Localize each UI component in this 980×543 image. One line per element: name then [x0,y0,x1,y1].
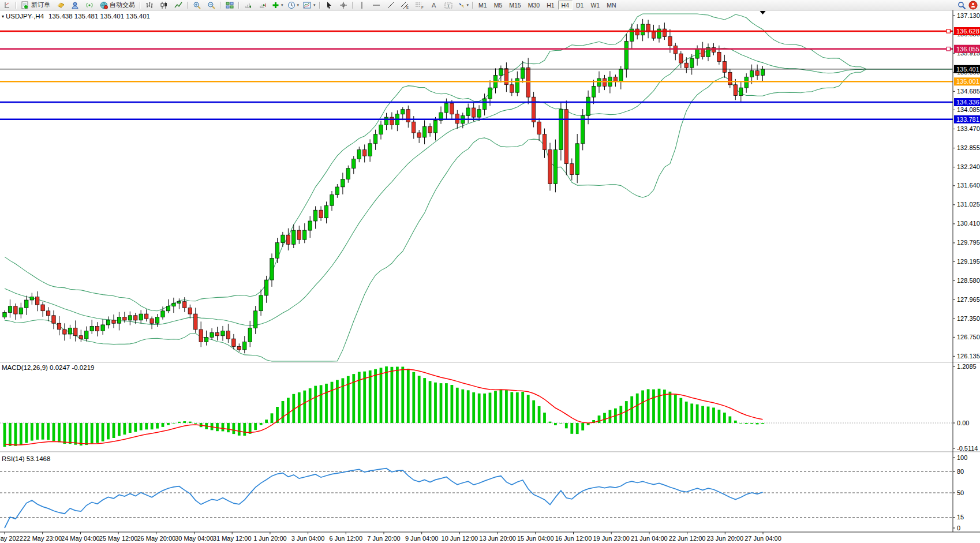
svg-text:21 Jun 04:00: 21 Jun 04:00 [631,535,668,542]
separator [140,2,141,9]
svg-text:19 Jun 23:00: 19 Jun 23:00 [593,535,630,542]
zoom-out-button[interactable] [204,0,218,10]
dropdown-arrow-icon: ▾ [281,3,283,8]
svg-text:T: T [447,3,450,8]
horizontal-line-button[interactable] [369,0,383,10]
bar-chart-button[interactable] [143,0,156,10]
svg-text:131.640: 131.640 [957,182,980,189]
clipped-chart-icon[interactable] [0,0,14,10]
candlestick-chart-button[interactable] [157,0,171,10]
svg-text:134.685: 134.685 [957,88,980,95]
hline-136.628[interactable] [0,29,953,33]
svg-text:13 Jun 20:00: 13 Jun 20:00 [479,535,516,542]
dropdown-arrow-icon: ▾ [297,3,300,8]
periods-clock-icon [287,1,296,9]
svg-text:9 Jun 04:00: 9 Jun 04:00 [405,535,439,542]
data-window-button[interactable] [68,0,82,10]
tf-button-H4[interactable]: H4 [558,1,573,10]
zoom-in-button[interactable] [190,0,204,10]
svg-text:135.001: 135.001 [956,78,979,85]
chart-svg[interactable]: 137.130136.530135.915135.300134.685134.0… [0,10,980,543]
svg-text:15: 15 [957,514,964,520]
svg-text:133.781: 133.781 [956,116,979,123]
chart-canvas[interactable]: 137.130136.530135.915135.300134.685134.0… [0,10,980,543]
separator [319,2,320,9]
arrows-button[interactable]: ▾ [456,0,471,10]
separator [220,2,221,9]
trendline-button[interactable] [384,0,398,10]
separator [187,2,188,9]
text-button[interactable]: A [427,0,441,10]
bollinger-middle-line [5,48,952,325]
equidistant-channel-button[interactable]: E [398,0,412,10]
community-icon[interactable] [968,1,978,10]
svg-text:50: 50 [957,489,964,496]
main-toolbar: 新订单 自动交易 ▾ ▾ [0,0,980,10]
svg-text:A: A [432,2,436,9]
svg-text:127.350: 127.350 [957,315,980,322]
vertical-line-button[interactable] [355,0,369,10]
tf-button-M15[interactable]: M15 [506,1,524,10]
tf-button-H1[interactable]: H1 [543,1,558,10]
price-badge-134.336: 134.336 [954,98,980,106]
text-icon: A [431,1,437,9]
indicators-icon [272,1,279,9]
svg-text:127.965: 127.965 [957,296,980,303]
hline-136.055[interactable] [0,47,953,51]
bar-chart-icon [145,1,154,9]
tf-button-MN[interactable]: MN [603,1,619,10]
new-order-button[interactable]: 新订单 [18,0,53,10]
cursor-button[interactable] [322,0,336,10]
svg-text:15 Jun 04:00: 15 Jun 04:00 [517,535,554,542]
crosshair-button[interactable] [336,0,350,10]
svg-text:131.025: 131.025 [957,201,980,208]
signals-button[interactable] [83,0,96,10]
templates-button[interactable]: ▾ [301,0,317,10]
svg-text:128.580: 128.580 [957,277,980,284]
periods-button[interactable]: ▾ [286,0,301,10]
svg-text:126.135: 126.135 [957,353,980,359]
timeframe-group: M1M5M15M30H1H4D1W1MN [475,1,619,10]
tf-button-W1[interactable]: W1 [587,1,603,10]
svg-text:F: F [421,6,424,9]
time-axis[interactable]: 19 May 202222 May 23:0024 May 04:0025 Ma… [0,532,980,542]
arrows-icon [458,1,465,9]
vertical-line-icon [359,1,365,9]
indicators-button[interactable]: ▾ [270,0,285,10]
zoom-out-icon [207,1,215,9]
dropdown-arrow-icon: ▾ [313,3,316,8]
search-icon[interactable] [957,1,966,10]
price-axis[interactable]: 137.130136.530135.915135.300134.685134.0… [953,10,980,532]
pane-divider[interactable] [0,362,980,363]
equidistant-channel-icon: E [401,1,410,9]
svg-text:0.00: 0.00 [957,420,969,426]
text-label-button[interactable]: T [442,0,455,10]
svg-text:1.2085: 1.2085 [957,363,977,370]
tf-button-M1[interactable]: M1 [475,1,491,10]
line-chart-button[interactable] [171,0,185,10]
svg-text:31 May 12:00: 31 May 12:00 [213,535,252,542]
toolbar-right [957,1,978,10]
chart-shift-button[interactable] [256,0,270,10]
svg-text:135.401: 135.401 [956,66,979,73]
tile-windows-button[interactable] [223,0,237,10]
svg-text:136.628: 136.628 [956,28,979,35]
fibonacci-button[interactable]: F [413,0,427,10]
svg-text:22 May 23:00: 22 May 23:00 [23,535,62,542]
tf-button-D1[interactable]: D1 [573,1,587,10]
tf-button-M30[interactable]: M30 [525,1,543,10]
tf-button-M5[interactable]: M5 [491,1,506,10]
autotrading-icon [100,1,109,9]
chart-window[interactable]: 137.130136.530135.915135.300134.685134.0… [0,10,980,543]
market-watch-button[interactable] [54,0,68,10]
svg-text:129.195: 129.195 [957,258,980,265]
candlestick-icon [160,1,168,9]
auto-scroll-button[interactable] [241,0,255,10]
pane-divider[interactable] [0,452,980,452]
chart-shift-marker-icon[interactable] [760,11,766,14]
price-badge-136.055: 136.055 [954,45,980,53]
autotrading-button[interactable]: 自动交易 [97,0,138,10]
bollinger-upper-line [5,14,952,311]
svg-text:22 Jun 12:00: 22 Jun 12:00 [669,535,706,542]
zoom-in-icon [193,1,201,9]
